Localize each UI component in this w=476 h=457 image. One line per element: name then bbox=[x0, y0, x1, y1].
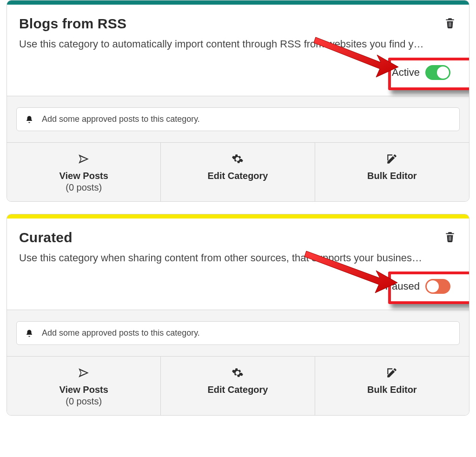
bell-icon bbox=[25, 115, 33, 124]
delete-button[interactable] bbox=[443, 230, 457, 244]
status-toggle[interactable] bbox=[425, 279, 450, 294]
notice-text: Add some approved posts to this category… bbox=[42, 328, 200, 338]
bell-icon bbox=[25, 329, 33, 338]
category-card: Blogs from RSS Use this category to auto… bbox=[7, 0, 469, 202]
view-posts-button[interactable]: View Posts (0 posts) bbox=[7, 357, 161, 415]
status-label: Active bbox=[392, 66, 420, 79]
category-description: Use this category when sharing content f… bbox=[19, 252, 457, 264]
action-title: View Posts bbox=[12, 171, 156, 181]
card-header: Blogs from RSS Use this category to auto… bbox=[7, 5, 469, 96]
action-title: Edit Category bbox=[165, 384, 310, 395]
action-title: View Posts bbox=[12, 384, 156, 395]
bulk-editor-button[interactable]: Bulk Editor bbox=[315, 143, 469, 201]
edit-category-button[interactable]: Edit Category bbox=[161, 357, 315, 415]
action-subtitle: (0 posts) bbox=[12, 396, 156, 407]
status-toggle-container: Active bbox=[383, 60, 457, 85]
card-actions: View Posts (0 posts) Edit Category Bulk … bbox=[7, 357, 469, 415]
paper-plane-icon bbox=[78, 153, 90, 165]
action-title: Edit Category bbox=[165, 171, 310, 181]
notice-area: Add some approved posts to this category… bbox=[7, 310, 469, 357]
gear-icon bbox=[231, 367, 244, 379]
category-card: Curated Use this category when sharing c… bbox=[7, 214, 469, 416]
notice-banner: Add some approved posts to this category… bbox=[16, 107, 460, 131]
card-stripe bbox=[7, 214, 469, 219]
gear-icon bbox=[231, 153, 244, 165]
category-title: Curated bbox=[19, 230, 73, 245]
notice-text: Add some approved posts to this category… bbox=[42, 114, 200, 124]
bulk-editor-button[interactable]: Bulk Editor bbox=[315, 357, 469, 415]
paper-plane-icon bbox=[78, 367, 90, 379]
trash-icon bbox=[444, 231, 456, 243]
category-description: Use this category to automatically impor… bbox=[19, 38, 457, 50]
action-title: Bulk Editor bbox=[320, 171, 464, 181]
category-title: Blogs from RSS bbox=[19, 16, 126, 32]
card-header: Curated Use this category when sharing c… bbox=[7, 219, 469, 310]
view-posts-button[interactable]: View Posts (0 posts) bbox=[7, 143, 161, 201]
trash-icon bbox=[444, 17, 456, 29]
edit-icon bbox=[386, 153, 398, 165]
notice-area: Add some approved posts to this category… bbox=[7, 96, 469, 143]
card-stripe bbox=[7, 0, 469, 5]
card-actions: View Posts (0 posts) Edit Category Bulk … bbox=[7, 143, 469, 201]
notice-banner: Add some approved posts to this category… bbox=[16, 321, 460, 345]
action-title: Bulk Editor bbox=[320, 384, 464, 395]
edit-icon bbox=[386, 367, 398, 379]
delete-button[interactable] bbox=[443, 16, 457, 30]
edit-category-button[interactable]: Edit Category bbox=[161, 143, 315, 201]
action-subtitle: (0 posts) bbox=[12, 182, 156, 193]
status-label: Paused bbox=[385, 280, 420, 292]
status-toggle[interactable] bbox=[425, 65, 450, 80]
status-toggle-container: Paused bbox=[377, 274, 457, 298]
